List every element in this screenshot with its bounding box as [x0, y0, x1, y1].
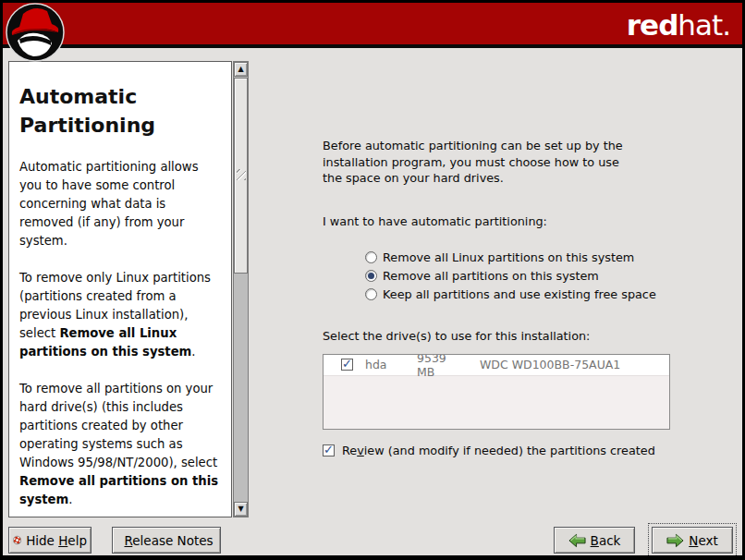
help-paragraphs: Automatic partitioning allows you to hav… [19, 158, 221, 509]
radio-option-remove-all[interactable]: Remove all partitions on this system [365, 267, 740, 286]
next-arrow-icon [666, 533, 684, 548]
release-notes-label: Release Notes [124, 533, 213, 548]
next-button-focus-ring: Next [648, 523, 737, 557]
help-panel: Automatic Partitioning Automatic partiti… [8, 61, 232, 517]
redhat-shadowman-icon [6, 2, 65, 63]
help-title: Automatic Partitioning [19, 82, 221, 140]
redhat-wordmark: redhat. [627, 8, 730, 42]
radio-option-remove-linux[interactable]: Remove all Linux partitions on this syst… [365, 249, 740, 267]
intro-text: Before automatic partitioning can be set… [323, 138, 633, 187]
hide-help-label: Hide Help [26, 533, 87, 548]
scroll-down-icon[interactable] [234, 502, 248, 517]
radio-icon[interactable] [365, 288, 377, 300]
review-option[interactable]: Review (and modify if needed) the partit… [323, 444, 740, 457]
radio-icon[interactable] [365, 270, 377, 282]
back-label: Back [591, 533, 621, 548]
radio-label: Keep all partitions and use existing fre… [383, 287, 656, 301]
drive-model: WDC WD100BB-75AUA1 [480, 358, 620, 371]
review-label: Review (and modify if needed) the partit… [342, 444, 655, 457]
help-scrollbar[interactable] [233, 61, 249, 517]
drive-listbox[interactable]: hda 9539 MB WDC WD100BB-75AUA1 [323, 354, 670, 430]
release-notes-button[interactable]: Release Notes [112, 527, 221, 554]
help-paragraph: To remove only Linux partitions (partiti… [19, 269, 221, 361]
review-checkbox[interactable] [323, 444, 335, 457]
help-paragraph: To remove all partitions on your hard dr… [19, 380, 221, 509]
back-button[interactable]: Back [554, 527, 635, 554]
radio-icon[interactable] [365, 251, 377, 263]
scrollbar-grip-icon [237, 169, 246, 180]
scroll-up-icon[interactable] [234, 62, 248, 77]
back-arrow-icon [568, 533, 586, 548]
partition-option-group: Remove all Linux partitions on this syst… [323, 249, 740, 304]
header-bar: redhat. [3, 3, 742, 48]
next-label: Next [689, 533, 717, 548]
help-paragraph: Automatic partitioning allows you to hav… [19, 158, 221, 250]
radio-label: Remove all partitions on this system [383, 269, 599, 283]
drive-device: hda [365, 358, 417, 371]
drive-size: 9539 MB [417, 354, 468, 379]
radio-option-keep-all[interactable]: Keep all partitions and use existing fre… [365, 286, 740, 304]
partitioning-prompt: I want to have automatic partitioning: [323, 214, 740, 228]
main-content: Before automatic partitioning can be set… [323, 61, 740, 457]
scrollbar-thumb[interactable] [234, 78, 248, 274]
drive-checkbox[interactable] [341, 359, 353, 371]
radio-label: Remove all Linux partitions on this syst… [383, 250, 634, 264]
drives-label: Select the drive(s) to use for this inst… [323, 329, 740, 343]
next-button[interactable]: Next [652, 527, 733, 554]
hide-help-button[interactable]: Hide Help [8, 527, 92, 554]
life-preserver-icon [13, 531, 21, 549]
installer-window: redhat. Automatic Partitioning Automatic… [0, 0, 745, 560]
drive-row[interactable]: hda 9539 MB WDC WD100BB-75AUA1 [324, 355, 669, 376]
